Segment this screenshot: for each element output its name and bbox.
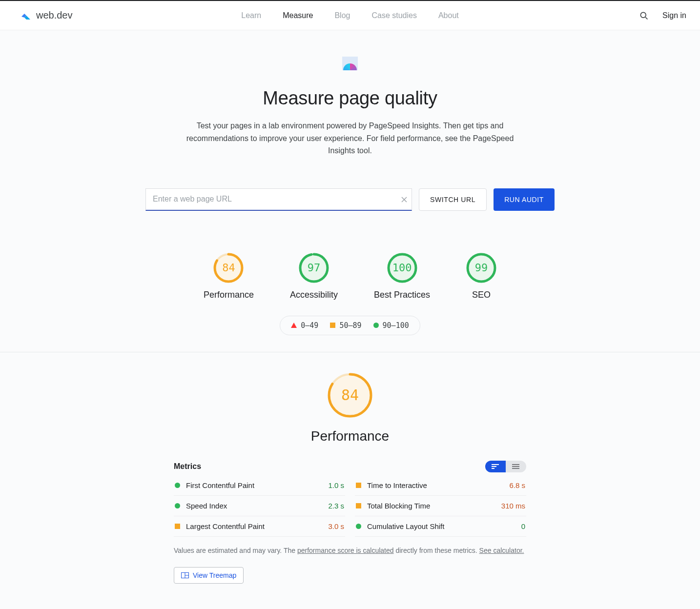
gauge-label: Accessibility [290, 290, 338, 300]
nav-blog[interactable]: Blog [334, 11, 350, 20]
page-subtitle: Test your pages in a lab environment pow… [184, 120, 516, 157]
status-dot-icon [356, 503, 361, 508]
metrics-heading: Metrics [174, 462, 201, 471]
gauge-performance: 84Performance [204, 253, 254, 300]
metric-row: Speed Index 2.3 s [174, 496, 345, 516]
circle-icon [373, 323, 379, 328]
search-icon[interactable] [639, 11, 649, 20]
gauges-summary: 84Performance 97Accessibility 100Best Pr… [204, 253, 496, 300]
metrics-footnote: Values are estimated and may vary. The p… [174, 547, 526, 554]
calc-how-link[interactable]: performance score is calculated [297, 547, 394, 554]
list-short-icon [491, 464, 500, 469]
gauge-accessibility: 97Accessibility [290, 253, 338, 300]
page-title: Measure page quality [263, 88, 437, 109]
metric-name: Largest Contentful Paint [186, 522, 265, 530]
metric-value: 0 [521, 522, 525, 530]
run-audit-button[interactable]: RUN AUDIT [494, 188, 555, 211]
metric-row: Time to Interactive 6.8 s [355, 475, 526, 496]
gauge-label: Best Practices [374, 290, 430, 300]
status-dot-icon [356, 524, 361, 529]
metric-row: Total Blocking Time 310 ms [355, 496, 526, 516]
nav-learn[interactable]: Learn [241, 11, 261, 20]
brand[interactable]: web.dev [20, 10, 73, 21]
view-expanded-button[interactable] [506, 461, 526, 472]
score-legend: 0–49 50–89 90–100 [280, 316, 420, 335]
status-dot-icon [175, 503, 180, 508]
metric-row: First Contentful Paint 1.0 s [174, 475, 345, 496]
view-condensed-button[interactable] [485, 461, 506, 472]
webdev-logo-icon [20, 10, 31, 21]
nav-about[interactable]: About [438, 11, 459, 20]
gauge-label: SEO [472, 290, 491, 300]
triangle-icon [291, 323, 297, 328]
performance-section: 84 Performance Metrics First Contentful … [174, 373, 526, 609]
gauge-seo: 99SEO [466, 253, 496, 300]
treemap-icon [181, 572, 189, 578]
metric-name: Cumulative Layout Shift [367, 522, 444, 530]
svg-point-0 [640, 12, 646, 18]
nav-case-studies[interactable]: Case studies [371, 11, 417, 20]
brand-name: web.dev [36, 10, 73, 21]
performance-gauge: 84 [328, 373, 372, 418]
audit-controls: SWITCH URL RUN AUDIT [145, 188, 555, 211]
list-long-icon [512, 464, 520, 469]
metric-name: Speed Index [186, 502, 227, 510]
top-nav: Learn Measure Blog Case studies About [241, 11, 459, 20]
metric-name: Time to Interactive [367, 481, 427, 489]
hero: Measure page quality Test your pages in … [0, 57, 700, 335]
nav-measure[interactable]: Measure [283, 11, 313, 20]
gauge-best-practices: 100Best Practices [374, 253, 430, 300]
metric-name: First Contentful Paint [186, 481, 254, 489]
see-calculator-link[interactable]: See calculator. [479, 547, 524, 554]
metric-row: Cumulative Layout Shift 0 [355, 516, 526, 537]
performance-title: Performance [311, 428, 389, 444]
status-dot-icon [356, 483, 361, 488]
clear-icon[interactable] [400, 196, 408, 203]
hero-gauge-icon [342, 57, 358, 70]
status-dot-icon [175, 524, 180, 529]
square-icon [330, 323, 335, 328]
gauge-label: Performance [204, 290, 254, 300]
metric-row: Largest Contentful Paint 3.0 s [174, 516, 345, 537]
switch-url-button[interactable]: SWITCH URL [419, 188, 487, 211]
metric-value: 310 ms [501, 502, 525, 510]
view-treemap-button[interactable]: View Treemap [174, 567, 244, 584]
metrics-grid: First Contentful Paint 1.0 sSpeed Index … [174, 475, 526, 537]
signin-link[interactable]: Sign in [662, 11, 686, 20]
metric-value: 2.3 s [328, 502, 344, 510]
metric-value: 6.8 s [509, 481, 525, 489]
metric-name: Total Blocking Time [367, 502, 430, 510]
url-input[interactable] [145, 188, 412, 211]
svg-line-1 [645, 17, 647, 19]
metric-value: 3.0 s [328, 522, 344, 530]
metric-value: 1.0 s [328, 481, 344, 489]
status-dot-icon [175, 483, 180, 488]
top-header: web.dev Learn Measure Blog Case studies … [0, 0, 700, 30]
metrics-view-toggle [485, 461, 526, 472]
